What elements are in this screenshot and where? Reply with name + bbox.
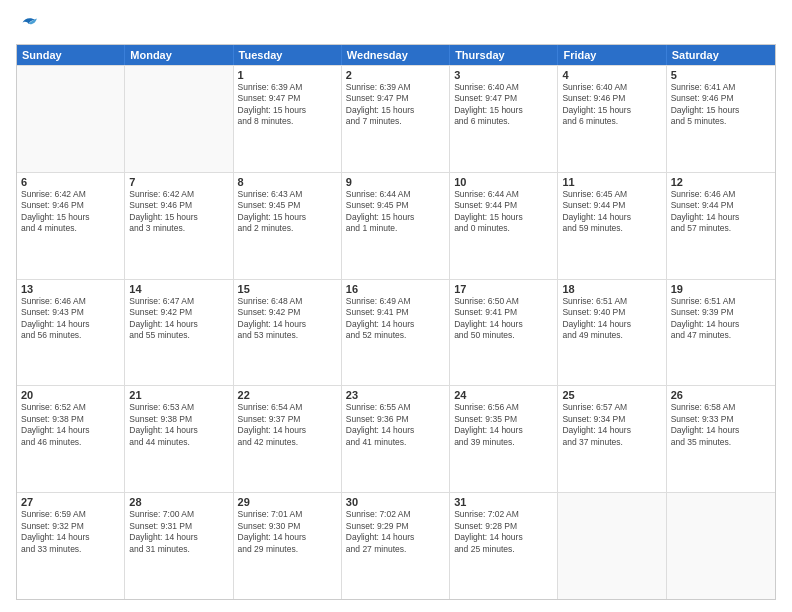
calendar-row: 13Sunrise: 6:46 AM Sunset: 9:43 PM Dayli… <box>17 279 775 386</box>
day-number: 22 <box>238 389 337 401</box>
day-number: 19 <box>671 283 771 295</box>
calendar-row: 20Sunrise: 6:52 AM Sunset: 9:38 PM Dayli… <box>17 385 775 492</box>
cell-detail: Sunrise: 6:55 AM Sunset: 9:36 PM Dayligh… <box>346 402 445 448</box>
day-number: 3 <box>454 69 553 81</box>
calendar-cell: 15Sunrise: 6:48 AM Sunset: 9:42 PM Dayli… <box>234 280 342 386</box>
day-number: 14 <box>129 283 228 295</box>
day-number: 20 <box>21 389 120 401</box>
weekday-header: Tuesday <box>234 45 342 65</box>
calendar-cell: 9Sunrise: 6:44 AM Sunset: 9:45 PM Daylig… <box>342 173 450 279</box>
cell-detail: Sunrise: 6:42 AM Sunset: 9:46 PM Dayligh… <box>129 189 228 235</box>
calendar-cell: 28Sunrise: 7:00 AM Sunset: 9:31 PM Dayli… <box>125 493 233 599</box>
cell-detail: Sunrise: 6:52 AM Sunset: 9:38 PM Dayligh… <box>21 402 120 448</box>
weekday-header: Thursday <box>450 45 558 65</box>
calendar-cell: 1Sunrise: 6:39 AM Sunset: 9:47 PM Daylig… <box>234 66 342 172</box>
day-number: 24 <box>454 389 553 401</box>
calendar-cell <box>125 66 233 172</box>
calendar-header: SundayMondayTuesdayWednesdayThursdayFrid… <box>17 45 775 65</box>
cell-detail: Sunrise: 6:46 AM Sunset: 9:43 PM Dayligh… <box>21 296 120 342</box>
cell-detail: Sunrise: 6:44 AM Sunset: 9:45 PM Dayligh… <box>346 189 445 235</box>
calendar-cell: 6Sunrise: 6:42 AM Sunset: 9:46 PM Daylig… <box>17 173 125 279</box>
calendar-cell: 21Sunrise: 6:53 AM Sunset: 9:38 PM Dayli… <box>125 386 233 492</box>
cell-detail: Sunrise: 6:48 AM Sunset: 9:42 PM Dayligh… <box>238 296 337 342</box>
calendar-cell: 16Sunrise: 6:49 AM Sunset: 9:41 PM Dayli… <box>342 280 450 386</box>
weekday-header: Wednesday <box>342 45 450 65</box>
calendar-cell: 3Sunrise: 6:40 AM Sunset: 9:47 PM Daylig… <box>450 66 558 172</box>
calendar-body: 1Sunrise: 6:39 AM Sunset: 9:47 PM Daylig… <box>17 65 775 599</box>
day-number: 2 <box>346 69 445 81</box>
day-number: 11 <box>562 176 661 188</box>
day-number: 15 <box>238 283 337 295</box>
calendar-cell: 19Sunrise: 6:51 AM Sunset: 9:39 PM Dayli… <box>667 280 775 386</box>
weekday-header: Saturday <box>667 45 775 65</box>
calendar-cell: 18Sunrise: 6:51 AM Sunset: 9:40 PM Dayli… <box>558 280 666 386</box>
day-number: 7 <box>129 176 228 188</box>
calendar-cell: 23Sunrise: 6:55 AM Sunset: 9:36 PM Dayli… <box>342 386 450 492</box>
cell-detail: Sunrise: 6:53 AM Sunset: 9:38 PM Dayligh… <box>129 402 228 448</box>
day-number: 30 <box>346 496 445 508</box>
logo <box>16 12 44 36</box>
calendar-cell: 5Sunrise: 6:41 AM Sunset: 9:46 PM Daylig… <box>667 66 775 172</box>
day-number: 28 <box>129 496 228 508</box>
day-number: 12 <box>671 176 771 188</box>
page: SundayMondayTuesdayWednesdayThursdayFrid… <box>0 0 792 612</box>
day-number: 25 <box>562 389 661 401</box>
cell-detail: Sunrise: 6:59 AM Sunset: 9:32 PM Dayligh… <box>21 509 120 555</box>
day-number: 4 <box>562 69 661 81</box>
cell-detail: Sunrise: 6:49 AM Sunset: 9:41 PM Dayligh… <box>346 296 445 342</box>
cell-detail: Sunrise: 6:56 AM Sunset: 9:35 PM Dayligh… <box>454 402 553 448</box>
calendar-cell: 2Sunrise: 6:39 AM Sunset: 9:47 PM Daylig… <box>342 66 450 172</box>
day-number: 26 <box>671 389 771 401</box>
cell-detail: Sunrise: 6:50 AM Sunset: 9:41 PM Dayligh… <box>454 296 553 342</box>
cell-detail: Sunrise: 6:41 AM Sunset: 9:46 PM Dayligh… <box>671 82 771 128</box>
calendar-cell: 4Sunrise: 6:40 AM Sunset: 9:46 PM Daylig… <box>558 66 666 172</box>
calendar-cell: 7Sunrise: 6:42 AM Sunset: 9:46 PM Daylig… <box>125 173 233 279</box>
day-number: 23 <box>346 389 445 401</box>
day-number: 21 <box>129 389 228 401</box>
cell-detail: Sunrise: 7:00 AM Sunset: 9:31 PM Dayligh… <box>129 509 228 555</box>
cell-detail: Sunrise: 6:54 AM Sunset: 9:37 PM Dayligh… <box>238 402 337 448</box>
cell-detail: Sunrise: 6:40 AM Sunset: 9:46 PM Dayligh… <box>562 82 661 128</box>
cell-detail: Sunrise: 6:45 AM Sunset: 9:44 PM Dayligh… <box>562 189 661 235</box>
cell-detail: Sunrise: 6:40 AM Sunset: 9:47 PM Dayligh… <box>454 82 553 128</box>
calendar-cell: 14Sunrise: 6:47 AM Sunset: 9:42 PM Dayli… <box>125 280 233 386</box>
day-number: 16 <box>346 283 445 295</box>
weekday-header: Sunday <box>17 45 125 65</box>
day-number: 17 <box>454 283 553 295</box>
calendar: SundayMondayTuesdayWednesdayThursdayFrid… <box>16 44 776 600</box>
day-number: 6 <box>21 176 120 188</box>
calendar-cell: 10Sunrise: 6:44 AM Sunset: 9:44 PM Dayli… <box>450 173 558 279</box>
day-number: 31 <box>454 496 553 508</box>
calendar-cell: 27Sunrise: 6:59 AM Sunset: 9:32 PM Dayli… <box>17 493 125 599</box>
calendar-cell: 29Sunrise: 7:01 AM Sunset: 9:30 PM Dayli… <box>234 493 342 599</box>
day-number: 5 <box>671 69 771 81</box>
day-number: 27 <box>21 496 120 508</box>
calendar-cell: 11Sunrise: 6:45 AM Sunset: 9:44 PM Dayli… <box>558 173 666 279</box>
calendar-cell: 26Sunrise: 6:58 AM Sunset: 9:33 PM Dayli… <box>667 386 775 492</box>
day-number: 13 <box>21 283 120 295</box>
calendar-cell <box>17 66 125 172</box>
calendar-row: 1Sunrise: 6:39 AM Sunset: 9:47 PM Daylig… <box>17 65 775 172</box>
cell-detail: Sunrise: 7:02 AM Sunset: 9:29 PM Dayligh… <box>346 509 445 555</box>
calendar-cell <box>667 493 775 599</box>
calendar-cell: 8Sunrise: 6:43 AM Sunset: 9:45 PM Daylig… <box>234 173 342 279</box>
calendar-cell: 24Sunrise: 6:56 AM Sunset: 9:35 PM Dayli… <box>450 386 558 492</box>
cell-detail: Sunrise: 7:01 AM Sunset: 9:30 PM Dayligh… <box>238 509 337 555</box>
cell-detail: Sunrise: 6:44 AM Sunset: 9:44 PM Dayligh… <box>454 189 553 235</box>
day-number: 29 <box>238 496 337 508</box>
cell-detail: Sunrise: 6:58 AM Sunset: 9:33 PM Dayligh… <box>671 402 771 448</box>
calendar-row: 6Sunrise: 6:42 AM Sunset: 9:46 PM Daylig… <box>17 172 775 279</box>
day-number: 18 <box>562 283 661 295</box>
calendar-cell: 13Sunrise: 6:46 AM Sunset: 9:43 PM Dayli… <box>17 280 125 386</box>
logo-bird-icon <box>16 12 40 36</box>
cell-detail: Sunrise: 6:47 AM Sunset: 9:42 PM Dayligh… <box>129 296 228 342</box>
calendar-cell: 30Sunrise: 7:02 AM Sunset: 9:29 PM Dayli… <box>342 493 450 599</box>
calendar-row: 27Sunrise: 6:59 AM Sunset: 9:32 PM Dayli… <box>17 492 775 599</box>
weekday-header: Friday <box>558 45 666 65</box>
cell-detail: Sunrise: 6:46 AM Sunset: 9:44 PM Dayligh… <box>671 189 771 235</box>
cell-detail: Sunrise: 6:43 AM Sunset: 9:45 PM Dayligh… <box>238 189 337 235</box>
calendar-cell: 25Sunrise: 6:57 AM Sunset: 9:34 PM Dayli… <box>558 386 666 492</box>
calendar-cell: 20Sunrise: 6:52 AM Sunset: 9:38 PM Dayli… <box>17 386 125 492</box>
cell-detail: Sunrise: 6:51 AM Sunset: 9:40 PM Dayligh… <box>562 296 661 342</box>
calendar-cell: 12Sunrise: 6:46 AM Sunset: 9:44 PM Dayli… <box>667 173 775 279</box>
